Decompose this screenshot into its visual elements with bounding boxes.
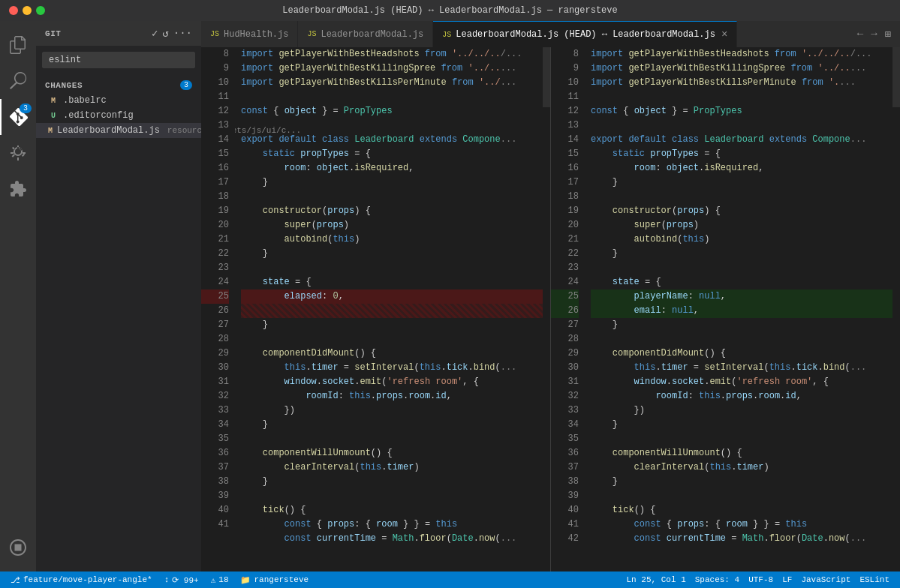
- line-numbers-right: 89101112 1314151617 1819202122 2324 25 2…: [551, 47, 585, 572]
- editor-pane-right: 89101112 1314151617 1819202122 2324 25 2…: [550, 47, 900, 572]
- minimize-button[interactable]: [23, 6, 32, 15]
- folder-name: rangersteve: [254, 575, 309, 584]
- line-numbers-left: 89101112 1314151617 1819202122 232425 26…: [201, 47, 235, 572]
- status-spaces[interactable]: Spaces: 4: [691, 575, 744, 584]
- changes-header[interactable]: CHANGES 3: [36, 77, 201, 93]
- sidebar-actions: ✓ ↺ ···: [152, 27, 192, 40]
- sidebar-header: GIT ✓ ↺ ···: [36, 21, 201, 46]
- eol-label: LF: [782, 575, 792, 584]
- file-status-M2: M: [48, 127, 53, 135]
- file-name-editorconfig: .editorconfig: [63, 110, 134, 121]
- file-item-leaderboard[interactable]: M LeaderboardModal.js resources/assets/j…: [36, 123, 201, 138]
- close-button[interactable]: [9, 6, 18, 15]
- window-controls[interactable]: [9, 6, 45, 15]
- activity-explorer[interactable]: [0, 27, 36, 63]
- warning-icon: ⚠: [211, 575, 216, 585]
- tab-nav-split[interactable]: ⊞: [882, 25, 894, 44]
- changes-count-badge: 3: [180, 80, 192, 90]
- main-layout: 3 GIT ✓ ↺ ···: [0, 21, 900, 572]
- editor-content: 89101112 1314151617 1819202122 232425 26…: [201, 47, 900, 572]
- window-title: LeaderboardModal.js (HEAD) ↔ Leaderboard…: [282, 5, 617, 16]
- status-sync[interactable]: ↕ ⟳ 99+: [160, 575, 203, 585]
- file-name-leaderboard: LeaderboardModal.js: [57, 125, 160, 136]
- status-warnings[interactable]: ⚠ 18: [206, 575, 233, 585]
- minimap-left: [543, 47, 550, 572]
- status-cursor[interactable]: Ln 25, Col 1: [622, 575, 691, 584]
- tab-nav-forward[interactable]: →: [868, 25, 880, 44]
- code-right: import getPlayerWithBestHeadshots from '…: [585, 47, 892, 572]
- tab-close-button[interactable]: ×: [721, 28, 727, 40]
- activity-remote[interactable]: [0, 530, 36, 566]
- branch-name: feature/move-player-angle*: [23, 575, 152, 584]
- warning-count: 18: [218, 575, 228, 584]
- search-input[interactable]: [42, 52, 195, 68]
- tab-leaderboardmodal[interactable]: JS LeaderboardModal.js: [298, 21, 433, 47]
- tab-leaderboardmodal-diff[interactable]: JS LeaderboardModal.js (HEAD) ↔ Leaderbo…: [433, 21, 737, 47]
- editor-scroll-right[interactable]: 89101112 1314151617 1819202122 2324 25 2…: [551, 47, 900, 572]
- tab-nav-back[interactable]: ←: [854, 25, 866, 44]
- activity-bar: 3: [0, 21, 36, 572]
- cursor-position: Ln 25, Col 1: [627, 575, 686, 584]
- minimap-right: [892, 47, 900, 572]
- status-branch[interactable]: ⎇ feature/move-player-angle*: [6, 575, 157, 585]
- changes-label: CHANGES: [45, 81, 83, 90]
- spaces-label: Spaces: 4: [695, 575, 739, 584]
- status-bar: ⎇ feature/move-player-angle* ↕ ⟳ 99+ ⚠ 1…: [0, 572, 900, 588]
- file-item-babelrc[interactable]: M .babelrc: [36, 93, 201, 108]
- sidebar: GIT ✓ ↺ ··· CHANGES 3 M .babelrc U .edit…: [36, 21, 201, 572]
- status-linter[interactable]: ESLint: [855, 575, 894, 584]
- git-more-icon[interactable]: ···: [173, 27, 192, 40]
- tab-label-leaderboardmodal: LeaderboardModal.js: [321, 29, 423, 40]
- editor-area: JS HudHealth.js JS LeaderboardModal.js J…: [201, 21, 900, 572]
- git-check-icon[interactable]: ✓: [152, 27, 158, 40]
- tab-label-diff: LeaderboardModal.js (HEAD) ↔ Leaderboard…: [456, 29, 715, 40]
- status-eol[interactable]: LF: [778, 575, 796, 584]
- tab-bar: JS HudHealth.js JS LeaderboardModal.js J…: [201, 21, 900, 47]
- sync-count: ⟳ 99+: [172, 575, 198, 585]
- activity-extensions[interactable]: [0, 171, 36, 207]
- titlebar: LeaderboardModal.js (HEAD) ↔ Leaderboard…: [0, 0, 900, 21]
- tab-hudhealth[interactable]: JS HudHealth.js: [201, 21, 298, 47]
- folder-icon: 📁: [240, 575, 251, 585]
- file-name-babelrc: .babelrc: [63, 95, 107, 106]
- git-refresh-icon[interactable]: ↺: [162, 27, 168, 40]
- status-language[interactable]: JavaScript: [796, 575, 855, 584]
- file-status-U: U: [48, 112, 59, 120]
- tab-js-icon3: JS: [442, 31, 451, 39]
- status-right: Ln 25, Col 1 Spaces: 4 UTF-8 LF JavaScri…: [622, 575, 894, 584]
- git-badge: 3: [20, 104, 32, 113]
- code-left: import getPlayerWithBestHeadshots from '…: [235, 47, 543, 572]
- file-item-editorconfig[interactable]: U .editorconfig: [36, 108, 201, 123]
- activity-git[interactable]: 3: [0, 99, 36, 135]
- tab-js-icon: JS: [210, 30, 219, 38]
- file-status-M: M: [48, 97, 59, 105]
- branch-icon: ⎇: [11, 575, 20, 585]
- encoding-label: UTF-8: [748, 575, 773, 584]
- sync-icon: ↕: [164, 575, 170, 584]
- status-folder[interactable]: 📁 rangersteve: [236, 575, 313, 585]
- editor-pane-left: 89101112 1314151617 1819202122 232425 26…: [201, 47, 550, 572]
- changes-section: CHANGES 3 M .babelrc U .editorconfig M L…: [36, 74, 201, 141]
- tab-navigation: ← → ⊞: [854, 25, 900, 44]
- language-label: JavaScript: [801, 575, 850, 584]
- linter-label: ESLint: [859, 575, 889, 584]
- maximize-button[interactable]: [36, 6, 45, 15]
- code-container-right: 89101112 1314151617 1819202122 2324 25 2…: [551, 47, 900, 572]
- activity-search[interactable]: [0, 63, 36, 99]
- sidebar-git-title: GIT: [45, 29, 61, 38]
- code-container-left: 89101112 1314151617 1819202122 232425 26…: [201, 47, 550, 572]
- tab-js-icon2: JS: [307, 30, 316, 38]
- status-encoding[interactable]: UTF-8: [744, 575, 778, 584]
- editor-scroll-left[interactable]: 89101112 1314151617 1819202122 232425 26…: [201, 47, 550, 572]
- activity-debug[interactable]: [0, 135, 36, 171]
- tab-label-hudhealth: HudHealth.js: [224, 29, 288, 40]
